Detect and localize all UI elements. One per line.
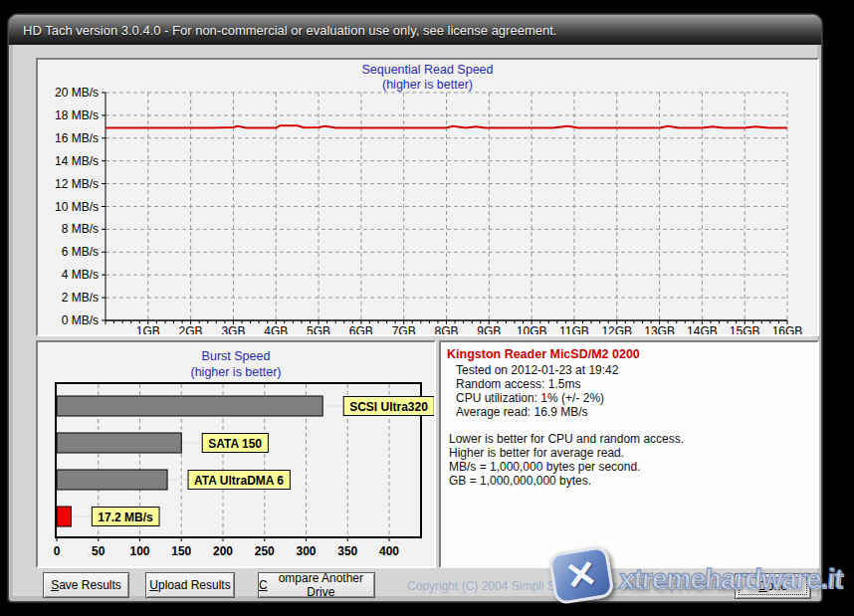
- svg-text:13GB: 13GB: [644, 324, 675, 334]
- svg-text:0 MB/s: 0 MB/s: [62, 313, 99, 327]
- drive-name: Kingston Reader MicSD/M2 0200: [447, 347, 811, 361]
- svg-text:5GB: 5GB: [307, 324, 330, 334]
- compare-another-drive-button[interactable]: Compare Another Drive: [258, 572, 375, 598]
- hdtach-window: HD Tach version 3.0.4.0 - For non-commer…: [8, 14, 822, 602]
- burst-chart-subtitle: (higher is better): [38, 365, 434, 379]
- save-results-button[interactable]: Save Results: [43, 572, 129, 598]
- svg-text:15GB: 15GB: [730, 324, 760, 334]
- svg-text:9GB: 9GB: [477, 324, 501, 334]
- client-area: Sequential Read Speed (higher is better)…: [13, 45, 817, 596]
- sequential-chart-subtitle: (higher is better): [38, 78, 817, 92]
- svg-text:2 MB/s: 2 MB/s: [62, 291, 99, 305]
- svg-text:ATA UltraDMA 6: ATA UltraDMA 6: [194, 474, 284, 488]
- drive-details: Tested on 2012-01-23 at 19:42Random acce…: [447, 363, 811, 419]
- copyright-text: Copyright (C) 2004 Simpli Software, Inc.…: [407, 579, 753, 593]
- svg-text:4GB: 4GB: [264, 324, 288, 334]
- svg-text:10 MB/s: 10 MB/s: [55, 200, 99, 214]
- svg-text:4 MB/s: 4 MB/s: [62, 268, 99, 282]
- text-line: Lower is better for CPU and random acces…: [449, 432, 811, 446]
- text-line: Random access: 1.5ms: [456, 377, 811, 391]
- burst-chart-title: Burst Speed: [38, 349, 434, 363]
- sequential-read-chart: 0 MB/s2 MB/s4 MB/s6 MB/s8 MB/s10 MB/s12 …: [38, 60, 817, 334]
- svg-text:18 MB/s: 18 MB/s: [55, 108, 99, 122]
- svg-text:11GB: 11GB: [559, 324, 589, 334]
- chart-notes: Lower is better for CPU and random acces…: [447, 432, 811, 488]
- svg-text:6 MB/s: 6 MB/s: [62, 245, 99, 259]
- svg-text:50: 50: [92, 544, 106, 558]
- title-bar: HD Tach version 3.0.4.0 - For non-commer…: [9, 15, 821, 45]
- svg-text:200: 200: [213, 544, 233, 558]
- window-title: HD Tach version 3.0.4.0 - For non-commer…: [23, 23, 556, 38]
- svg-text:8GB: 8GB: [434, 324, 458, 334]
- sequential-chart-title: Sequential Read Speed: [38, 63, 817, 77]
- svg-text:300: 300: [296, 544, 316, 558]
- burst-speed-panel: Burst Speed (higher is better) SCSI Ultr…: [36, 340, 436, 568]
- svg-text:150: 150: [171, 544, 191, 558]
- upload-results-button[interactable]: Upload Results: [145, 572, 235, 598]
- svg-text:250: 250: [255, 544, 275, 558]
- svg-text:16GB: 16GB: [772, 324, 803, 334]
- text-line: CPU utilization: 1% (+/- 2%): [456, 391, 811, 405]
- svg-text:12GB: 12GB: [601, 324, 632, 334]
- svg-text:6GB: 6GB: [349, 324, 373, 334]
- svg-text:SATA 150: SATA 150: [208, 437, 262, 451]
- svg-text:350: 350: [337, 544, 357, 558]
- svg-text:SCSI Ultra320: SCSI Ultra320: [349, 400, 428, 414]
- svg-text:16 MB/s: 16 MB/s: [55, 131, 99, 145]
- drive-info-panel: Kingston Reader MicSD/M2 0200 Tested on …: [439, 340, 819, 568]
- svg-text:7GB: 7GB: [392, 324, 416, 334]
- svg-text:2GB: 2GB: [179, 324, 203, 334]
- svg-text:1GB: 1GB: [136, 324, 160, 334]
- svg-text:14GB: 14GB: [687, 324, 718, 334]
- text-line: Tested on 2012-01-23 at 19:42: [456, 363, 811, 377]
- svg-text:100: 100: [129, 544, 149, 558]
- sequential-read-panel: Sequential Read Speed (higher is better)…: [36, 58, 819, 336]
- svg-text:12 MB/s: 12 MB/s: [55, 177, 99, 191]
- svg-text:3GB: 3GB: [221, 324, 245, 334]
- text-line: Higher is better for average read.: [449, 446, 811, 460]
- svg-text:10GB: 10GB: [517, 324, 547, 334]
- svg-text:17.2 MB/s: 17.2 MB/s: [98, 511, 153, 524]
- svg-text:8 MB/s: 8 MB/s: [62, 222, 99, 236]
- svg-text:14 MB/s: 14 MB/s: [55, 154, 99, 168]
- text-line: MB/s = 1,000,000 bytes per second.: [449, 460, 811, 474]
- text-line: GB = 1,000,000,000 bytes.: [449, 474, 811, 488]
- svg-text:0: 0: [54, 544, 61, 558]
- svg-text:400: 400: [379, 544, 399, 558]
- text-line: Average read: 16.9 MB/s: [456, 405, 811, 419]
